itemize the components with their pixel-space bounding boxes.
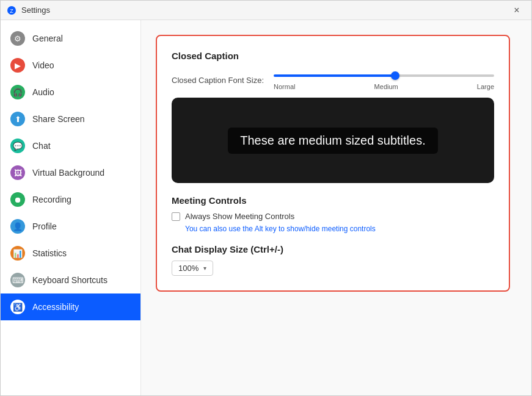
chat-display-size-value: 100% <box>178 264 199 273</box>
sidebar-item-virtual-background[interactable]: 🖼 Virtual Background <box>1 159 140 186</box>
slider-label-normal: Normal <box>274 83 295 90</box>
chat-display-title: Chat Display Size (Ctrl+/-) <box>172 244 494 254</box>
sidebar-label-virtual-background: Virtual Background <box>32 168 104 178</box>
window-title: Settings <box>21 5 50 15</box>
always-show-controls-checkbox[interactable] <box>172 212 180 221</box>
sidebar-item-general[interactable]: ⚙ General <box>1 25 140 52</box>
sidebar-label-statistics: Statistics <box>32 248 67 258</box>
sidebar-label-accessibility: Accessibility <box>32 302 79 312</box>
audio-icon: 🎧 <box>10 85 25 99</box>
sidebar-label-recording: Recording <box>32 195 71 204</box>
statistics-icon: 📊 <box>10 246 25 261</box>
profile-icon: 👤 <box>10 219 25 234</box>
always-show-controls-row: Always Show Meeting Controls <box>172 212 494 221</box>
video-icon: ▶ <box>10 58 25 73</box>
meeting-controls-title: Meeting Controls <box>172 195 494 206</box>
chat-icon: 💬 <box>10 139 25 153</box>
sidebar: ⚙ General ▶ Video 🎧 Audio ⬆ Share Screen… <box>1 20 141 395</box>
font-size-slider-container: Normal Medium Large <box>274 70 494 90</box>
sidebar-label-audio: Audio <box>32 87 54 97</box>
recording-icon: ⏺ <box>10 192 25 207</box>
slider-labels: Normal Medium Large <box>274 83 494 90</box>
always-show-controls-label: Always Show Meeting Controls <box>185 212 294 221</box>
font-size-row: Closed Caption Font Size: Normal Medium … <box>172 70 494 90</box>
general-icon: ⚙ <box>10 31 25 46</box>
slider-track <box>274 74 494 77</box>
subtitle-preview: These are medium sized subtitles. <box>172 98 494 183</box>
sidebar-item-keyboard-shortcuts[interactable]: ⌨ Keyboard Shortcuts <box>1 267 140 293</box>
sidebar-item-statistics[interactable]: 📊 Statistics <box>1 240 140 267</box>
subtitle-preview-text: These are medium sized subtitles. <box>228 128 437 154</box>
slider-track-wrapper <box>274 70 494 82</box>
title-bar-left: Z Settings <box>7 5 50 15</box>
share-screen-icon: ⬆ <box>10 112 25 126</box>
settings-window: Z Settings × ⚙ General ▶ Video 🎧 Audio ⬆ <box>0 0 532 396</box>
chevron-down-icon: ▾ <box>203 265 206 272</box>
sidebar-item-profile[interactable]: 👤 Profile <box>1 213 140 240</box>
sidebar-label-chat: Chat <box>32 141 51 151</box>
sidebar-item-video[interactable]: ▶ Video <box>1 52 140 79</box>
sidebar-label-video: Video <box>32 60 54 70</box>
chat-display-size-select[interactable]: 100% ▾ <box>172 261 213 276</box>
closed-caption-title: Closed Caption <box>172 51 494 61</box>
accessibility-icon: ♿ <box>10 300 25 314</box>
sidebar-item-accessibility[interactable]: ♿ Accessibility <box>1 293 140 320</box>
sidebar-label-keyboard-shortcuts: Keyboard Shortcuts <box>32 275 107 285</box>
app-icon: Z <box>7 5 16 15</box>
virtual-background-icon: 🖼 <box>10 165 25 180</box>
slider-label-medium: Medium <box>374 83 398 90</box>
close-button[interactable]: × <box>508 2 525 19</box>
sidebar-label-profile: Profile <box>32 221 57 231</box>
sidebar-item-audio[interactable]: 🎧 Audio <box>1 79 140 106</box>
keyboard-shortcuts-icon: ⌨ <box>10 273 25 287</box>
svg-text:Z: Z <box>10 8 13 14</box>
sidebar-item-chat[interactable]: 💬 Chat <box>1 132 140 159</box>
content-area: Closed Caption Closed Caption Font Size:… <box>141 20 531 395</box>
sidebar-item-recording[interactable]: ⏺ Recording <box>1 186 140 213</box>
slider-label-large: Large <box>477 83 494 90</box>
title-bar: Z Settings × <box>1 1 531 20</box>
slider-thumb <box>391 71 399 80</box>
meeting-controls-hint: You can also use the Alt key to show/hid… <box>185 225 494 233</box>
settings-panel: Closed Caption Closed Caption Font Size:… <box>156 35 510 292</box>
font-size-label: Closed Caption Font Size: <box>172 76 264 85</box>
sidebar-label-general: General <box>32 34 63 43</box>
sidebar-label-share-screen: Share Screen <box>32 114 85 124</box>
sidebar-item-share-screen[interactable]: ⬆ Share Screen <box>1 106 140 132</box>
main-content: ⚙ General ▶ Video 🎧 Audio ⬆ Share Screen… <box>1 20 531 395</box>
